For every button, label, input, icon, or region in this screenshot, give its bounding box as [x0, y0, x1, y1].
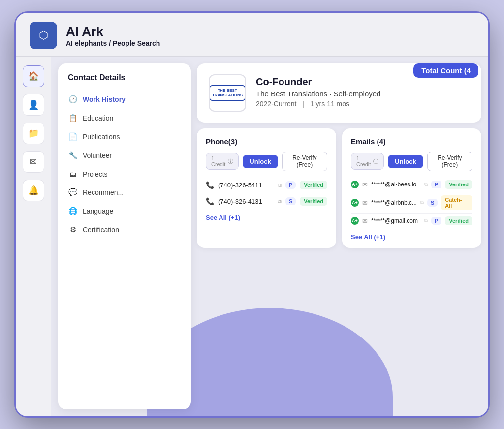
phone-credit-info-icon: ⓘ	[228, 158, 233, 165]
sidebar-item-recommendations[interactable]: 💬 Recommen...	[58, 183, 191, 202]
nav-mail-button[interactable]: ✉	[23, 151, 44, 173]
copy-icon-1[interactable]: ⧉	[278, 182, 282, 188]
aplus-badge-2: A+	[351, 199, 359, 207]
duration-separator: |	[302, 100, 306, 108]
job-duration-text: 1 yrs 11 mos	[310, 100, 349, 108]
email-type-badge-1: P	[431, 181, 441, 188]
email-copy-icon-1[interactable]: ⧉	[424, 182, 428, 187]
sidebar-item-label: Publications	[83, 133, 120, 141]
phone-row-2: 📞 (740)-326-4131 ⧉ S Verified	[206, 193, 327, 209]
email-copy-icon-2[interactable]: ⧉	[420, 200, 424, 206]
sidebar-item-education[interactable]: 📋 Education	[58, 109, 191, 127]
email-credit-info-icon: ⓘ	[373, 158, 378, 165]
company-logo: THE BEST TRANSLATIONS	[209, 74, 246, 112]
sidebar-item-language[interactable]: 🌐 Language	[58, 202, 191, 220]
email-unlock-button[interactable]: Unlock	[388, 155, 423, 168]
email-address-1: ******@ai-bees.io	[371, 181, 421, 188]
company-logo-text: THE BEST TRANSLATIONS	[209, 85, 246, 101]
volunteer-icon: 🔧	[68, 151, 78, 160]
bottom-row: Phone(3) 1 Credit ⓘ Unlock Re-Verify (Fr…	[197, 128, 481, 248]
email-reverify-button[interactable]: Re-Verify (Free)	[427, 152, 472, 171]
app-name: AI Ark	[66, 24, 160, 39]
copy-icon-2[interactable]: ⧉	[278, 198, 282, 205]
sidebar-item-label: Recommen...	[83, 188, 124, 196]
projects-icon: 🗂	[68, 170, 78, 178]
sidebar-item-publications[interactable]: 📄 Publications	[58, 127, 191, 146]
email-status-badge-2: Catch-All	[441, 195, 472, 210]
logo-icon: ⬡	[39, 29, 48, 42]
breadcrumb-base: AI elephants	[66, 39, 107, 47]
email-address-3: ******@gmail.com	[371, 217, 421, 224]
app-frame: ⬡ AI Ark AI elephants / People Search 🏠 …	[16, 13, 488, 416]
sidebar-item-label: Projects	[83, 170, 108, 178]
modal-card: Contact Details 🕐 Work History 📋 Educati…	[51, 57, 488, 416]
phone-credit-row: 1 Credit ⓘ Unlock Re-Verify (Free)	[206, 152, 327, 171]
sidebar-item-label: Language	[83, 207, 113, 215]
sidebar-item-projects[interactable]: 🗂 Projects	[58, 165, 191, 183]
nav-folder-button[interactable]: 📁	[23, 123, 44, 144]
recommendations-icon: 💬	[68, 188, 78, 197]
sidebar-item-certification[interactable]: ⚙ Certification	[58, 220, 191, 239]
content-panel: Contact Details 🕐 Work History 📋 Educati…	[51, 57, 488, 416]
email-see-all-link[interactable]: See All (+1)	[351, 233, 385, 241]
nav-home-button[interactable]: 🏠	[23, 65, 44, 87]
sidebar-panel: Contact Details 🕐 Work History 📋 Educati…	[58, 63, 191, 409]
job-company: The Best Translations · Self-employed	[256, 90, 380, 98]
breadcrumb: AI elephants / People Search	[66, 39, 160, 47]
aplus-badge-1: A+	[351, 181, 359, 188]
phone-row-1: 📞 (740)-326-5411 ⧉ P Verified	[206, 177, 327, 193]
email-type-badge-3: P	[431, 217, 441, 225]
work-history-icon: 🕐	[68, 95, 78, 104]
email-row-3: A+ ✉ ******@gmail.com ⧉ P Verified	[351, 214, 472, 228]
phone-type-badge-1: P	[285, 181, 296, 189]
email-credit-row: 1 Credit ⓘ Unlock Re-Verify (Free)	[351, 152, 472, 171]
phone-card-title: Phone(3)	[206, 137, 327, 146]
email-card-title: Emails (4)	[351, 137, 472, 146]
phone-icon-2: 📞	[206, 197, 214, 205]
sidebar-item-label: Work History	[83, 95, 126, 103]
language-icon: 🌐	[68, 207, 78, 215]
job-title: Co-Founder	[256, 76, 380, 88]
phone-status-badge-1: Verified	[300, 181, 327, 189]
education-icon: 📋	[68, 114, 78, 123]
sidebar-item-label: Volunteer	[83, 152, 112, 159]
phone-number-2: (740)-326-4131	[218, 198, 274, 205]
phone-reverify-button[interactable]: Re-Verify (Free)	[282, 152, 327, 171]
header: ⬡ AI Ark AI elephants / People Search	[16, 13, 488, 57]
phone-status-badge-2: Verified	[300, 197, 327, 206]
sidebar-item-work-history[interactable]: 🕐 Work History	[58, 90, 191, 109]
phone-see-all-link[interactable]: See All (+1)	[206, 214, 240, 221]
sidebar-title: Contact Details	[58, 73, 191, 90]
email-row-2: A+ ✉ ******@airbnb.c... ⧉ S Catch-All	[351, 192, 472, 214]
job-period: 2022-Current	[256, 100, 297, 108]
email-type-badge-2: S	[427, 199, 438, 207]
nav-bell-button[interactable]: 🔔	[23, 180, 44, 201]
sidebar-item-label: Certification	[83, 226, 119, 234]
breadcrumb-separator: /	[109, 39, 113, 47]
certification-icon: ⚙	[68, 225, 78, 234]
phone-card: Phone(3) 1 Credit ⓘ Unlock Re-Verify (Fr…	[197, 128, 336, 248]
email-row-1: A+ ✉ ******@ai-bees.io ⧉ P Verified	[351, 177, 472, 192]
email-card: Emails (4) 1 Credit ⓘ Unlock Re-Verify (…	[342, 128, 481, 248]
email-icon-2: ✉	[362, 199, 368, 207]
phone-number-1: (740)-326-5411	[218, 182, 274, 189]
email-credit-badge: 1 Credit ⓘ	[351, 153, 384, 170]
sidebar-item-volunteer[interactable]: 🔧 Volunteer	[58, 146, 191, 165]
job-duration: 2022-Current | 1 yrs 11 mos	[256, 100, 380, 108]
email-copy-icon-3[interactable]: ⧉	[424, 218, 428, 224]
main-content: 🏠 👤 📁 ✉ 🔔 Contact Details 🕐 Work History…	[16, 57, 488, 416]
email-address-2: ******@airbnb.c...	[371, 199, 417, 206]
phone-unlock-button[interactable]: Unlock	[243, 155, 278, 168]
phone-type-badge-2: S	[285, 197, 296, 205]
header-title: AI Ark AI elephants / People Search	[66, 24, 160, 47]
nav-profile-button[interactable]: 👤	[23, 94, 44, 116]
right-panel: THE BEST TRANSLATIONS Co-Founder The Bes…	[191, 57, 488, 416]
app-logo: ⬡	[30, 22, 57, 49]
phone-credit-badge: 1 Credit ⓘ	[206, 153, 239, 170]
sidebar-item-label: Education	[83, 114, 113, 122]
email-icon-3: ✉	[362, 217, 368, 225]
email-status-badge-1: Verified	[445, 180, 472, 189]
total-count-banner: Total Count (4	[413, 63, 478, 78]
aplus-badge-3: A+	[351, 217, 359, 225]
email-status-badge-3: Verified	[445, 216, 472, 225]
